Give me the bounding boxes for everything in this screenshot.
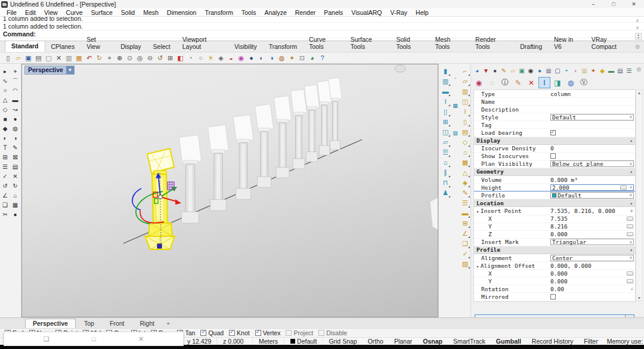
osnap-toggle[interactable]: Disable <box>318 329 347 336</box>
lasso-icon[interactable]: ⌖ <box>11 67 20 76</box>
point-icon[interactable]: ● <box>11 210 20 219</box>
dome-icon[interactable]: ◓ <box>562 66 571 75</box>
box-icon[interactable]: ◆ <box>1 124 10 133</box>
ellipse-icon[interactable]: ◇ <box>1 105 10 114</box>
command-scrollbar[interactable]: ∧∨ <box>633 17 642 32</box>
rectangle-icon[interactable]: ▬ <box>11 95 20 104</box>
column-icon[interactable]: I <box>441 97 450 106</box>
toolbar-tab[interactable]: Standard <box>5 41 45 52</box>
tools-icon[interactable]: ◍ <box>277 54 286 63</box>
render-globe-icon[interactable]: ◑ <box>267 54 276 63</box>
beam-icon[interactable]: ▬ <box>441 87 450 96</box>
column-object[interactable] <box>255 104 274 187</box>
checkbox[interactable] <box>550 130 556 135</box>
color-wheel-icon[interactable]: ◉ <box>473 77 485 88</box>
command-spinner[interactable]: ▲▼ <box>635 33 642 40</box>
move-point-icon[interactable]: + <box>630 208 633 214</box>
move-icon[interactable]: ⌖ <box>105 54 114 63</box>
viewport-tab[interactable]: + <box>163 319 174 328</box>
column-tool-icon[interactable]: I <box>460 107 470 116</box>
panel-scrollbar[interactable]: ▲▼ <box>636 89 643 301</box>
toolbar-tab[interactable]: Set View <box>80 35 114 52</box>
compass-icon[interactable]: ✕ <box>525 77 537 88</box>
menu-item[interactable]: Dimension <box>163 9 201 16</box>
furniture-icon[interactable]: ⊓ <box>441 178 450 187</box>
menu-item[interactable]: Surface <box>87 9 117 16</box>
column-object[interactable] <box>304 85 320 162</box>
roof-tool-icon[interactable]: ⌂ <box>460 147 470 157</box>
gem-tool-icon[interactable]: ◈ <box>460 178 470 187</box>
person-icon[interactable]: ♟ <box>441 188 450 197</box>
perspective-viewport[interactable]: Perspective ▼ <box>21 64 438 317</box>
copy-icon[interactable]: ▥ <box>64 54 73 63</box>
dropdown[interactable]: Triangular∨ <box>550 239 634 245</box>
menu-item[interactable]: File <box>2 9 21 16</box>
dropdown-arrow-icon[interactable]: ∨ <box>630 255 632 260</box>
menu-item[interactable]: Transform <box>200 9 237 16</box>
osnap-toggle[interactable]: Vertex <box>255 329 281 336</box>
checkbox[interactable] <box>255 330 261 336</box>
undo-curve-icon[interactable]: ↺ <box>1 181 10 190</box>
railing-icon[interactable]: ∥ <box>441 168 450 177</box>
viewport-menu-arrow[interactable]: ▼ <box>66 66 74 74</box>
group-icon[interactable]: ❏ <box>1 200 10 209</box>
earth-icon[interactable]: ◕ <box>308 54 317 63</box>
status-pane[interactable]: SmartTrack <box>448 338 491 345</box>
dropdown-arrow-icon[interactable]: ∨ <box>630 193 632 197</box>
frame-icon[interactable]: ▬ <box>607 66 615 75</box>
keyboard-icon[interactable] <box>627 224 633 228</box>
collapse-arrow-icon[interactable]: ▴ <box>630 169 633 174</box>
menu-item[interactable]: VisualARQ <box>347 9 386 16</box>
save-icon[interactable]: ▣ <box>24 54 33 63</box>
new-file-icon[interactable]: ▯ <box>4 54 13 63</box>
cylinder-icon[interactable]: ◍ <box>565 77 577 88</box>
paste-icon[interactable]: ▦ <box>75 54 83 63</box>
globe-icon[interactable]: ● <box>535 66 544 75</box>
dropdown-arrow-icon[interactable]: ∨ <box>630 240 632 245</box>
diamond-icon[interactable]: ◆ <box>598 66 606 75</box>
menu-item[interactable]: Mesh <box>139 9 163 16</box>
help-icon[interactable]: ? <box>318 54 327 63</box>
ramp-tool-icon[interactable]: △ <box>460 168 470 177</box>
expand-arrow-icon[interactable]: ▸ <box>476 264 479 269</box>
gear-icon[interactable]: ⚙ <box>636 66 642 73</box>
roof-icon[interactable]: ⌂ <box>441 157 450 167</box>
toolbar-tab[interactable]: Drafting <box>514 42 548 52</box>
rotate-view-icon[interactable]: ↺ <box>156 54 165 63</box>
toolbar-tab[interactable]: Select <box>147 42 177 52</box>
polyline-icon[interactable]: △ <box>1 95 10 104</box>
section-header[interactable]: Location▴ <box>474 199 635 207</box>
layers-icon[interactable]: ☰ <box>625 66 633 75</box>
curtain-wall-icon[interactable]: ▥ <box>441 76 450 86</box>
redo-curve-icon[interactable]: ↻ <box>11 181 20 190</box>
menu-item[interactable]: Curve <box>62 9 87 16</box>
delete-icon[interactable]: ✕ <box>54 54 63 63</box>
column-object[interactable] <box>329 78 342 150</box>
toolbar-tab[interactable]: Render Tools <box>469 35 514 52</box>
opening-tool-icon[interactable]: ◫ <box>460 97 470 106</box>
export-icon[interactable]: ▢ <box>44 54 53 63</box>
pen-icon[interactable]: ✎ <box>512 77 524 88</box>
layers-stack-icon[interactable]: ☰ <box>1 162 10 171</box>
menu-item[interactable]: View <box>40 9 62 16</box>
wall-icon[interactable]: ▮ <box>441 66 450 76</box>
dropdown[interactable]: 2.000∨ <box>550 184 634 191</box>
sphere-icon[interactable]: ● <box>491 66 499 75</box>
text-icon[interactable]: T <box>1 143 10 152</box>
status-pane[interactable]: Gumball <box>491 338 527 345</box>
curve-icon[interactable]: ⌒ <box>11 76 20 85</box>
sphere-icon[interactable]: ◌ <box>486 77 498 88</box>
window-tool-icon[interactable]: ▤ <box>460 127 470 137</box>
render-preview-icon[interactable]: ◐ <box>257 54 266 63</box>
toolbar-tab[interactable]: CPlanes <box>45 42 81 52</box>
pan-icon[interactable]: ↻ <box>95 54 104 63</box>
mapping-icon[interactable]: ◨ <box>552 77 564 88</box>
dropdown-arrow-icon[interactable]: ∨ <box>630 162 632 166</box>
keyboard-icon[interactable] <box>627 217 633 221</box>
keyboard-icon[interactable] <box>627 271 633 276</box>
options-gear-icon[interactable]: ✦ <box>287 54 296 63</box>
sheet-tool-icon[interactable]: ❏ <box>460 239 470 248</box>
shade-icon[interactable]: ◧ <box>176 54 185 63</box>
slab-tool-icon[interactable]: ▱ <box>460 76 470 86</box>
partial-column-object[interactable] <box>430 197 438 230</box>
